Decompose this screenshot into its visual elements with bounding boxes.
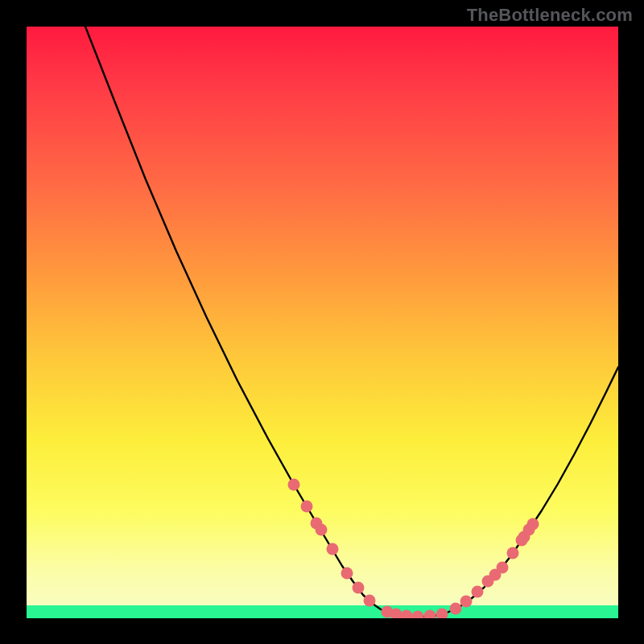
data-marker [527,518,539,530]
curve-line [85,27,618,617]
data-marker [288,479,300,491]
data-marker [341,568,353,580]
chart-svg [27,27,618,618]
plot-area [27,27,618,618]
data-marker [301,501,313,513]
attribution-label: TheBottleneck.com [467,5,633,26]
data-marker [424,610,436,619]
data-marker [412,611,424,619]
data-marker [497,562,509,574]
data-marker [401,610,413,619]
marker-set [288,479,539,619]
data-marker [472,586,484,598]
data-marker [507,547,519,559]
data-marker [364,595,376,607]
data-marker [436,609,448,619]
data-marker [316,524,328,536]
data-marker [450,603,462,615]
data-marker [353,582,365,594]
data-marker [460,596,473,608]
data-marker [327,543,339,555]
